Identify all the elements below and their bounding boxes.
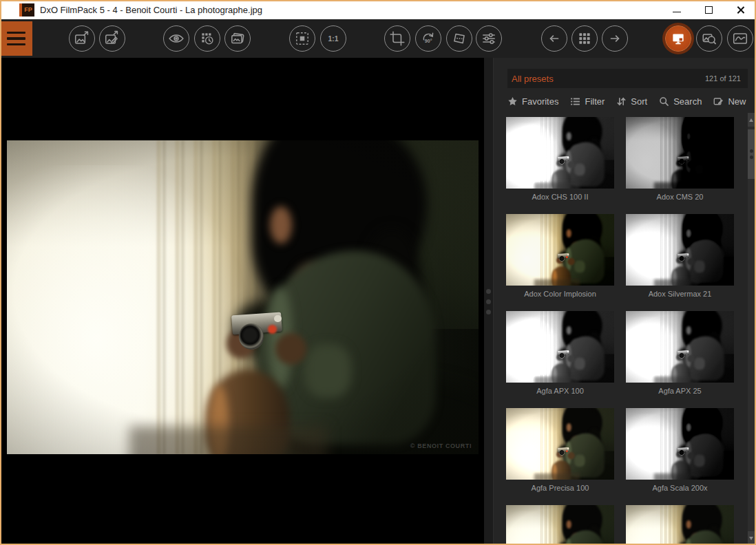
photo-render [506,505,614,545]
minimize-button[interactable] [661,0,693,19]
sort-arrows-icon [616,96,627,107]
menu-button[interactable] [0,21,32,56]
photo-stack-icon [229,30,246,47]
loupe-button[interactable] [696,25,722,52]
preset-toolbar: Favorites Filter [507,96,748,107]
export-to-editor-icon [104,30,120,47]
preset-item[interactable]: Adox CMS 20 [626,117,734,202]
preset-thumbnail[interactable] [626,311,734,383]
photo-render [506,117,614,189]
rotate-90-icon: 90° [420,30,437,47]
preset-item[interactable]: Adox CHS 100 II [506,117,614,202]
preset-item[interactable]: Adox Silvermax 21 [626,214,734,299]
preset-count: 121 of 121 [705,74,741,83]
preset-category-title: All presets [512,74,554,84]
image-magnifier-icon [701,30,717,47]
preset-item[interactable]: Agfa Precisa 100 [506,408,614,493]
app-window: FP DxO FilmPack 5 - 4 - Benoit Courti - … [0,0,756,545]
zoom-1to1-icon: 1:1 [325,30,342,47]
preset-thumbnail[interactable] [506,408,614,480]
preset-label: Adox Color Implosion [506,290,614,299]
preset-label: Agfa Precisa 100 [506,484,614,493]
perspective-icon [451,30,468,47]
preset-thumbnail[interactable] [506,311,614,383]
star-icon [507,96,518,107]
preset-item[interactable] [626,505,734,545]
preset-item[interactable]: Agfa Scala 200x [626,408,734,493]
preset-label: Agfa Scala 200x [626,484,734,493]
filter-button[interactable]: Filter [570,96,605,107]
adjustments-button[interactable] [476,25,502,52]
compare-button[interactable] [163,25,189,52]
preset-thumbnail[interactable] [506,505,614,545]
preset-thumbnail[interactable] [506,117,614,189]
histogram-button[interactable] [727,25,753,52]
eye-icon [168,30,185,47]
monitor-icon [670,30,686,47]
perspective-button[interactable] [446,25,472,52]
preset-thumbnail[interactable] [626,117,734,189]
panel-splitter[interactable] [484,58,494,545]
preset-label: Adox CMS 20 [626,193,734,202]
next-image-button[interactable] [602,25,628,52]
main-image[interactable]: © BENOIT COURTI [7,140,479,454]
snapshots-button[interactable] [194,25,220,52]
preset-thumbnail[interactable] [626,505,734,545]
export-image-button[interactable] [69,25,95,52]
preset-item[interactable] [506,505,614,545]
zoom-1to1-button[interactable]: 1:1 [320,25,346,52]
arrow-right-icon [607,30,623,47]
sort-button[interactable]: Sort [616,96,647,107]
search-button[interactable]: Search [659,96,702,107]
main-toolbar: 1:1 90° [0,19,756,58]
preset-label: Adox CHS 100 II [506,193,614,202]
crop-icon [389,30,406,47]
preset-category-selector[interactable]: All presets 121 of 121 [507,69,748,88]
fit-screen-button[interactable] [289,25,315,52]
minimize-icon [673,12,681,12]
previous-image-button[interactable] [541,25,567,52]
photo-render [7,140,479,454]
crop-button[interactable] [384,25,410,52]
image-viewer: © BENOIT COURTI [0,58,484,545]
filter-list-icon [570,96,580,107]
preset-item[interactable]: Adox Color Implosion [506,214,614,299]
photo-render [626,117,734,189]
display-presets-button[interactable] [665,25,691,52]
preset-label: Adox Silvermax 21 [626,290,734,299]
thumbnail-grid-button[interactable] [571,25,598,52]
fit-screen-icon [294,30,311,47]
photo-render [626,408,734,480]
new-preset-button[interactable]: New [713,96,746,107]
svg-text:1:1: 1:1 [328,35,339,43]
photo-render [506,311,614,383]
svg-text:90°: 90° [425,39,432,44]
close-icon [736,6,745,14]
scroll-down-button[interactable] [748,531,755,545]
export-to-editor-button[interactable] [99,25,125,52]
preset-thumbnail[interactable] [506,214,614,286]
preset-label: Agfa APX 25 [626,387,734,396]
preset-label: Agfa APX 100 [506,387,614,396]
snapshots-clock-icon [199,30,216,47]
titlebar: FP DxO FilmPack 5 - 4 - Benoit Courti - … [0,0,756,19]
scrollbar-thumb[interactable] [748,129,755,179]
favorites-button[interactable]: Favorites [507,96,558,107]
window-title: DxO FilmPack 5 - 4 - Benoit Courti - La … [40,5,262,15]
close-button[interactable] [724,0,756,19]
triangle-down-icon [749,537,753,540]
preset-thumbnail[interactable] [626,214,734,286]
triangle-up-icon [749,118,753,122]
sliders-icon [481,30,497,47]
maximize-button[interactable] [693,0,724,19]
preset-item[interactable]: Agfa APX 25 [626,311,734,396]
image-browser-button[interactable] [224,25,251,52]
preset-thumbnail[interactable] [626,408,734,480]
new-preset-icon [713,96,724,107]
rotate-90-button[interactable]: 90° [415,25,441,52]
photo-render [506,214,614,286]
preset-item[interactable]: Agfa APX 100 [506,311,614,396]
presets-panel: All presets 121 of 121 Favorites [494,58,748,545]
arrow-left-icon [546,30,563,47]
scroll-up-button[interactable] [748,113,755,127]
